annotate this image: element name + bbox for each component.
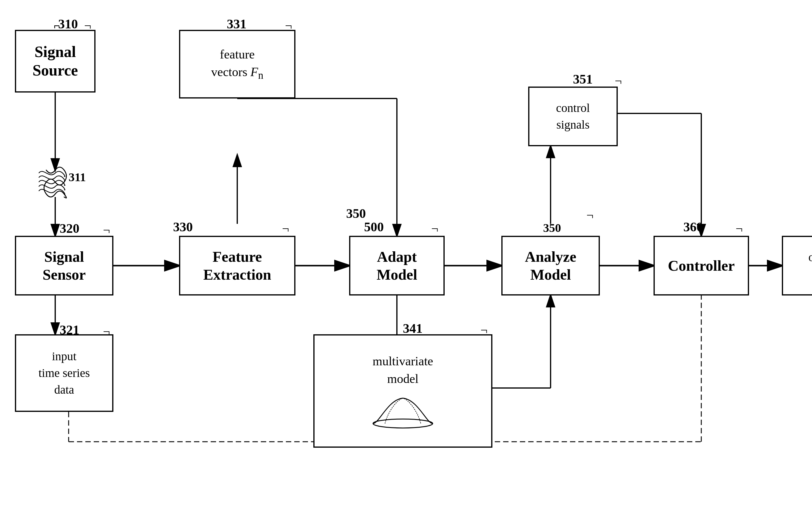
controller-box: Controller <box>653 236 749 296</box>
svg-point-22 <box>373 419 433 428</box>
analyze-model-label: AnalyzeModel <box>525 248 576 284</box>
curve-351: ⌐ <box>615 74 622 88</box>
curve-360: ⌐ <box>736 221 743 236</box>
signal-source-label: Signal Source <box>16 43 94 80</box>
curve-310: ⌐ <box>84 18 91 33</box>
ref-350b: 350 <box>543 221 561 235</box>
curve-321: ⌐ <box>103 324 110 339</box>
ref-331: 331 <box>227 16 246 32</box>
curve-330: ⌐ <box>282 221 289 236</box>
output-data-box: outputdata <box>782 236 812 296</box>
bracket-310: ⌐ <box>54 19 60 32</box>
ref-360: 360 <box>683 219 703 234</box>
signal-source-box: Signal Source <box>15 30 95 93</box>
feature-extraction-box: FeatureExtraction <box>179 236 295 296</box>
curve-320: ⌐ <box>103 223 110 237</box>
multivariate-model-box: multivariatemodel <box>313 334 492 448</box>
control-signals-label: controlsignals <box>556 100 590 133</box>
input-time-series-box: inputtime seriesdata <box>15 334 114 412</box>
ref-311: 311 <box>69 170 86 184</box>
ref-341: 341 <box>403 321 423 336</box>
feature-extraction-label: FeatureExtraction <box>203 248 271 284</box>
input-time-series-label: inputtime seriesdata <box>38 348 90 398</box>
ref-330: 330 <box>173 219 193 234</box>
feature-vectors-label: featurevectors Fn <box>211 46 263 83</box>
curve-331: ⌐ <box>285 18 292 33</box>
signal-sensor-box: SignalSensor <box>15 236 114 296</box>
ref-321: 321 <box>60 322 79 338</box>
curve-350: ⌐ <box>586 208 594 222</box>
ref-310: 310 <box>58 16 78 32</box>
bell-curve-icon <box>367 394 439 430</box>
controller-label: Controller <box>668 257 735 274</box>
ref-500: 500 <box>364 219 384 234</box>
feature-vectors-box: featurevectors Fn <box>179 30 295 99</box>
diagram: Signal Source 310 ⌐ 311 SignalSensor 320… <box>0 0 812 505</box>
ref-350: 350 <box>346 206 366 221</box>
multivariate-model-label: multivariatemodel <box>373 352 433 388</box>
adapt-model-box: AdaptModel <box>349 236 445 296</box>
ref-320: 320 <box>60 221 79 236</box>
ref-351: 351 <box>573 71 593 87</box>
adapt-model-label: AdaptModel <box>377 248 417 284</box>
signal-sensor-label: SignalSensor <box>43 248 86 284</box>
output-data-label: outputdata <box>808 249 812 282</box>
control-signals-box: controlsignals <box>528 87 618 146</box>
analyze-model-box: AnalyzeModel <box>501 236 600 296</box>
curve-500: ⌐ <box>431 221 438 236</box>
curve-341: ⌐ <box>480 323 487 337</box>
